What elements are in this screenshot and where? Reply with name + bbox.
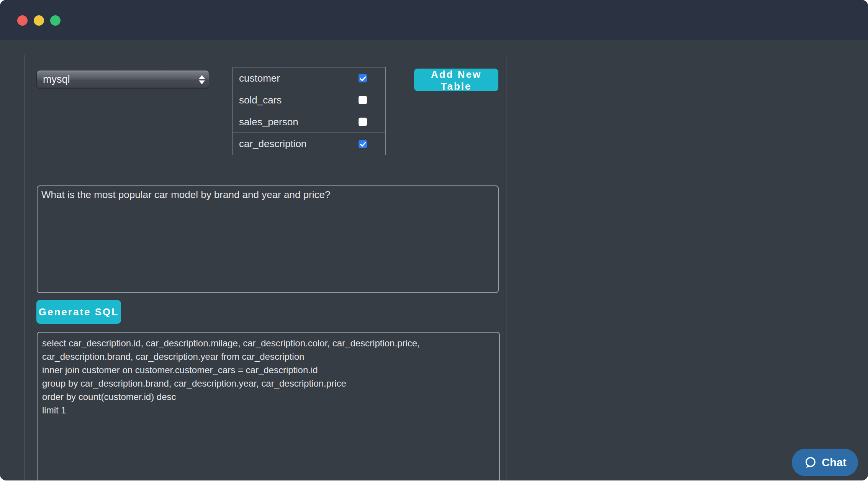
table-name: sales_person [239, 116, 298, 128]
sql-output[interactable]: select car_description.id, car_descripti… [37, 332, 500, 480]
add-new-table-button[interactable]: Add New Table [414, 69, 498, 91]
close-button[interactable] [17, 15, 28, 26]
database-select[interactable]: mysql [36, 70, 209, 89]
chat-button-label: Chat [822, 456, 846, 469]
database-select-value: mysql [43, 74, 70, 85]
chat-button[interactable]: Chat [792, 449, 858, 476]
table-checkbox-2[interactable] [359, 118, 367, 126]
updown-arrows-icon [199, 75, 205, 84]
table-name: customer [239, 72, 280, 84]
table-row: customer [233, 67, 385, 89]
table-name: sold_cars [239, 94, 282, 106]
minimize-button[interactable] [34, 15, 44, 26]
generate-sql-button[interactable]: Generate SQL [36, 300, 121, 324]
table-checkbox-3[interactable] [359, 140, 367, 148]
zoom-button[interactable] [50, 15, 61, 26]
table-row: sold_cars [233, 89, 385, 111]
app-window: mysql customer sold_cars sales_person ca… [0, 0, 868, 480]
table-row: sales_person [233, 111, 385, 133]
question-input[interactable]: What is the most popular car model by br… [37, 185, 499, 293]
titlebar [0, 0, 868, 40]
table-row: car_description [233, 133, 385, 155]
table-checkbox-1[interactable] [359, 96, 367, 104]
table-name: car_description [239, 138, 306, 150]
chat-bubble-icon [803, 456, 817, 469]
table-checkbox-0[interactable] [359, 74, 367, 82]
table-list: customer sold_cars sales_person car_desc… [233, 67, 386, 155]
